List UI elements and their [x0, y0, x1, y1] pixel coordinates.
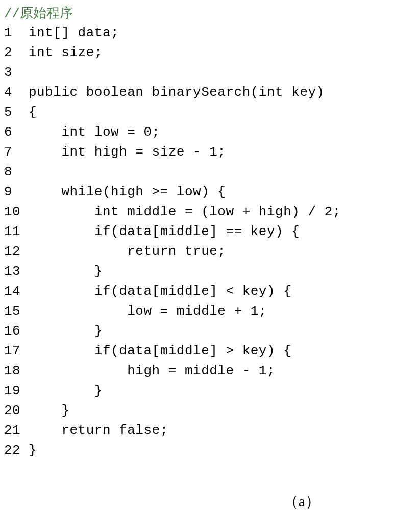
- code-line: 10 int middle = (low + high) / 2;: [4, 202, 416, 222]
- line-number: 17: [4, 341, 29, 361]
- code-line: 17 if(data[middle] > key) {: [4, 341, 416, 361]
- line-number: 6: [4, 122, 29, 142]
- code-text: int[] data;: [29, 23, 119, 43]
- code-line: 12 return true;: [4, 242, 416, 262]
- code-text: }: [29, 401, 70, 421]
- line-number: 13: [4, 262, 29, 282]
- code-line: 5{: [4, 103, 416, 122]
- code-line: 1int[] data;: [4, 23, 416, 43]
- line-number: 11: [4, 222, 29, 242]
- line-number: 2: [4, 43, 29, 63]
- code-text: int middle = (low + high) / 2;: [29, 202, 341, 222]
- code-line: 7 int high = size - 1;: [4, 142, 416, 162]
- line-number: 21: [4, 421, 29, 441]
- code-text: {: [29, 103, 37, 122]
- line-number: 3: [4, 63, 29, 83]
- code-comment: //原始程序: [4, 4, 416, 22]
- code-text: int high = size - 1;: [29, 142, 226, 162]
- code-text: while(high >= low) {: [29, 182, 226, 202]
- code-line: 21 return false;: [4, 421, 416, 441]
- figure-caption: （a）: [188, 491, 416, 510]
- code-text: return false;: [29, 421, 168, 441]
- line-number: 14: [4, 282, 29, 301]
- code-line: 14 if(data[middle] < key) {: [4, 282, 416, 301]
- code-text: if(data[middle] > key) {: [29, 341, 291, 361]
- code-text: }: [29, 262, 103, 282]
- code-line: 20 }: [4, 401, 416, 421]
- code-block: 1int[] data;2int size;34public boolean b…: [4, 23, 416, 461]
- line-number: 22: [4, 441, 29, 461]
- code-line: 18 high = middle - 1;: [4, 361, 416, 381]
- code-text: high = middle - 1;: [29, 361, 275, 381]
- line-number: 8: [4, 162, 29, 182]
- code-line: 13 }: [4, 262, 416, 282]
- code-text: }: [29, 441, 37, 461]
- line-number: 18: [4, 361, 29, 381]
- line-number: 20: [4, 401, 29, 421]
- code-line: 22}: [4, 441, 416, 461]
- code-line: 11 if(data[middle] == key) {: [4, 222, 416, 242]
- line-number: 15: [4, 301, 29, 321]
- code-text: low = middle + 1;: [29, 301, 267, 321]
- line-number: 9: [4, 182, 29, 202]
- code-line: 3: [4, 63, 416, 83]
- line-number: 19: [4, 381, 29, 401]
- line-number: 12: [4, 242, 29, 262]
- code-line: 4public boolean binarySearch(int key): [4, 83, 416, 103]
- code-line: 2int size;: [4, 43, 416, 63]
- code-text: int low = 0;: [29, 122, 160, 142]
- line-number: 5: [4, 103, 29, 122]
- code-line: 15 low = middle + 1;: [4, 301, 416, 321]
- code-text: }: [29, 381, 103, 401]
- code-text: if(data[middle] == key) {: [29, 222, 300, 242]
- code-text: }: [29, 321, 103, 341]
- code-line: 9 while(high >= low) {: [4, 182, 416, 202]
- line-number: 7: [4, 142, 29, 162]
- code-text: if(data[middle] < key) {: [29, 282, 291, 301]
- line-number: 10: [4, 202, 29, 222]
- code-text: return true;: [29, 242, 226, 262]
- code-text: public boolean binarySearch(int key): [29, 83, 325, 103]
- code-text: int size;: [29, 43, 103, 63]
- code-line: 6 int low = 0;: [4, 122, 416, 142]
- code-line: 16 }: [4, 321, 416, 341]
- code-line: 8: [4, 162, 416, 182]
- code-line: 19 }: [4, 381, 416, 401]
- line-number: 1: [4, 23, 29, 43]
- line-number: 16: [4, 321, 29, 341]
- line-number: 4: [4, 83, 29, 103]
